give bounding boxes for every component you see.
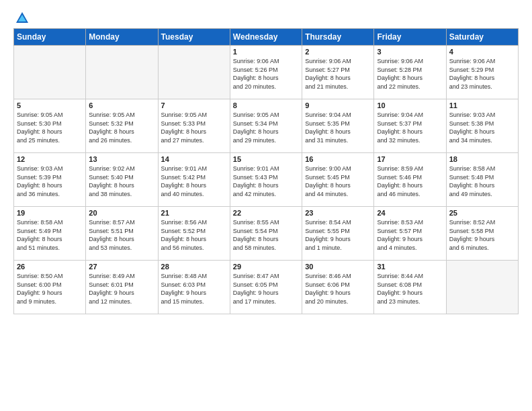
logo-icon (15, 11, 30, 26)
calendar-cell: 31Sunrise: 8:44 AM Sunset: 6:08 PM Dayli… (374, 261, 446, 314)
calendar-week-3: 12Sunrise: 9:03 AM Sunset: 5:39 PM Dayli… (14, 153, 519, 207)
cell-content: Sunrise: 8:57 AM Sunset: 5:51 PM Dayligh… (89, 218, 154, 252)
calendar-cell: 14Sunrise: 9:01 AM Sunset: 5:42 PM Dayli… (158, 153, 230, 207)
cell-content: Sunrise: 8:58 AM Sunset: 5:48 PM Dayligh… (449, 165, 515, 198)
cell-content: Sunrise: 8:50 AM Sunset: 6:00 PM Dayligh… (17, 272, 83, 306)
cell-content: Sunrise: 8:53 AM Sunset: 5:57 PM Dayligh… (377, 218, 443, 252)
cell-content: Sunrise: 9:04 AM Sunset: 5:37 PM Dayligh… (377, 111, 443, 144)
calendar-cell: 25Sunrise: 8:52 AM Sunset: 5:58 PM Dayli… (446, 207, 518, 261)
day-number: 20 (89, 209, 154, 217)
calendar-cell: 28Sunrise: 8:48 AM Sunset: 6:03 PM Dayli… (158, 261, 230, 314)
calendar-cell: 24Sunrise: 8:53 AM Sunset: 5:57 PM Dayli… (374, 207, 446, 261)
cell-content: Sunrise: 8:52 AM Sunset: 5:58 PM Dayligh… (449, 218, 515, 252)
cell-content: Sunrise: 9:06 AM Sunset: 5:26 PM Dayligh… (233, 57, 299, 91)
calendar-cell: 12Sunrise: 9:03 AM Sunset: 5:39 PM Dayli… (14, 153, 86, 207)
cell-content: Sunrise: 8:55 AM Sunset: 5:54 PM Dayligh… (233, 218, 299, 252)
weekday-header-saturday: Saturday (446, 29, 518, 46)
cell-content: Sunrise: 9:01 AM Sunset: 5:43 PM Dayligh… (233, 165, 299, 198)
day-number: 12 (17, 155, 83, 163)
cell-content: Sunrise: 8:59 AM Sunset: 5:46 PM Dayligh… (377, 165, 443, 198)
day-number: 18 (449, 155, 515, 163)
cell-content: Sunrise: 9:05 AM Sunset: 5:34 PM Dayligh… (233, 111, 299, 144)
calendar-cell: 20Sunrise: 8:57 AM Sunset: 5:51 PM Dayli… (86, 207, 158, 261)
day-number: 17 (377, 155, 443, 163)
calendar-cell: 3Sunrise: 9:06 AM Sunset: 5:28 PM Daylig… (374, 46, 446, 99)
cell-content: Sunrise: 9:03 AM Sunset: 5:38 PM Dayligh… (449, 111, 515, 144)
day-number: 26 (17, 263, 83, 271)
cell-content: Sunrise: 9:05 AM Sunset: 5:30 PM Dayligh… (17, 111, 83, 144)
day-number: 1 (233, 48, 299, 56)
calendar-cell: 10Sunrise: 9:04 AM Sunset: 5:37 PM Dayli… (374, 99, 446, 153)
calendar-cell: 19Sunrise: 8:58 AM Sunset: 5:49 PM Dayli… (14, 207, 86, 261)
day-number: 21 (161, 209, 227, 217)
calendar-cell: 29Sunrise: 8:47 AM Sunset: 6:05 PM Dayli… (230, 261, 302, 314)
cell-content: Sunrise: 9:06 AM Sunset: 5:28 PM Dayligh… (377, 57, 443, 91)
calendar-cell: 2Sunrise: 9:06 AM Sunset: 5:27 PM Daylig… (302, 46, 374, 99)
calendar-cell (14, 46, 86, 99)
cell-content: Sunrise: 9:04 AM Sunset: 5:35 PM Dayligh… (305, 111, 371, 144)
weekday-header-sunday: Sunday (14, 29, 86, 46)
logo (13, 11, 30, 23)
day-number: 14 (161, 155, 227, 163)
day-number: 25 (449, 209, 515, 217)
day-number: 22 (233, 209, 299, 217)
day-number: 29 (233, 263, 299, 271)
day-number: 28 (161, 263, 227, 271)
day-number: 24 (377, 209, 443, 217)
calendar-cell (86, 46, 158, 99)
day-number: 9 (305, 101, 371, 109)
calendar-week-5: 26Sunrise: 8:50 AM Sunset: 6:00 PM Dayli… (14, 261, 519, 314)
calendar-cell: 9Sunrise: 9:04 AM Sunset: 5:35 PM Daylig… (302, 99, 374, 153)
day-number: 4 (449, 48, 515, 56)
calendar-cell: 23Sunrise: 8:54 AM Sunset: 5:55 PM Dayli… (302, 207, 374, 261)
cell-content: Sunrise: 8:49 AM Sunset: 6:01 PM Dayligh… (89, 272, 154, 306)
cell-content: Sunrise: 8:54 AM Sunset: 5:55 PM Dayligh… (305, 218, 371, 252)
calendar-cell: 17Sunrise: 8:59 AM Sunset: 5:46 PM Dayli… (374, 153, 446, 207)
weekday-header-row: SundayMondayTuesdayWednesdayThursdayFrid… (14, 29, 519, 46)
day-number: 31 (377, 263, 443, 271)
calendar-cell: 11Sunrise: 9:03 AM Sunset: 5:38 PM Dayli… (446, 99, 518, 153)
cell-content: Sunrise: 9:01 AM Sunset: 5:42 PM Dayligh… (161, 165, 227, 198)
weekday-header-monday: Monday (86, 29, 158, 46)
day-number: 15 (233, 155, 299, 163)
calendar-cell: 15Sunrise: 9:01 AM Sunset: 5:43 PM Dayli… (230, 153, 302, 207)
cell-content: Sunrise: 9:00 AM Sunset: 5:45 PM Dayligh… (305, 165, 371, 198)
cell-content: Sunrise: 9:05 AM Sunset: 5:32 PM Dayligh… (89, 111, 154, 144)
calendar-cell: 26Sunrise: 8:50 AM Sunset: 6:00 PM Dayli… (14, 261, 86, 314)
day-number: 8 (233, 101, 299, 109)
day-number: 11 (449, 101, 515, 109)
day-number: 3 (377, 48, 443, 56)
day-number: 6 (89, 101, 154, 109)
calendar-week-1: 1Sunrise: 9:06 AM Sunset: 5:26 PM Daylig… (14, 46, 519, 99)
header (13, 11, 519, 23)
weekday-header-tuesday: Tuesday (158, 29, 230, 46)
cell-content: Sunrise: 9:03 AM Sunset: 5:39 PM Dayligh… (17, 165, 83, 198)
calendar-cell: 6Sunrise: 9:05 AM Sunset: 5:32 PM Daylig… (86, 99, 158, 153)
calendar-week-2: 5Sunrise: 9:05 AM Sunset: 5:30 PM Daylig… (14, 99, 519, 153)
calendar-cell: 4Sunrise: 9:06 AM Sunset: 5:29 PM Daylig… (446, 46, 518, 99)
calendar-cell: 5Sunrise: 9:05 AM Sunset: 5:30 PM Daylig… (14, 99, 86, 153)
cell-content: Sunrise: 8:58 AM Sunset: 5:49 PM Dayligh… (17, 218, 83, 252)
calendar-cell: 22Sunrise: 8:55 AM Sunset: 5:54 PM Dayli… (230, 207, 302, 261)
calendar-cell (158, 46, 230, 99)
cell-content: Sunrise: 9:06 AM Sunset: 5:27 PM Dayligh… (305, 57, 371, 91)
day-number: 30 (305, 263, 371, 271)
cell-content: Sunrise: 8:44 AM Sunset: 6:08 PM Dayligh… (377, 272, 443, 306)
day-number: 7 (161, 101, 227, 109)
day-number: 16 (305, 155, 371, 163)
weekday-header-thursday: Thursday (302, 29, 374, 46)
weekday-header-friday: Friday (374, 29, 446, 46)
calendar-cell: 1Sunrise: 9:06 AM Sunset: 5:26 PM Daylig… (230, 46, 302, 99)
calendar-cell: 18Sunrise: 8:58 AM Sunset: 5:48 PM Dayli… (446, 153, 518, 207)
cell-content: Sunrise: 9:05 AM Sunset: 5:33 PM Dayligh… (161, 111, 227, 144)
calendar-cell: 7Sunrise: 9:05 AM Sunset: 5:33 PM Daylig… (158, 99, 230, 153)
cell-content: Sunrise: 8:47 AM Sunset: 6:05 PM Dayligh… (233, 272, 299, 306)
day-number: 19 (17, 209, 83, 217)
calendar-cell (446, 261, 518, 314)
logo-text (13, 11, 30, 26)
weekday-header-wednesday: Wednesday (230, 29, 302, 46)
cell-content: Sunrise: 8:46 AM Sunset: 6:06 PM Dayligh… (305, 272, 371, 306)
cell-content: Sunrise: 9:02 AM Sunset: 5:40 PM Dayligh… (89, 165, 154, 198)
calendar-cell: 16Sunrise: 9:00 AM Sunset: 5:45 PM Dayli… (302, 153, 374, 207)
calendar-cell: 30Sunrise: 8:46 AM Sunset: 6:06 PM Dayli… (302, 261, 374, 314)
